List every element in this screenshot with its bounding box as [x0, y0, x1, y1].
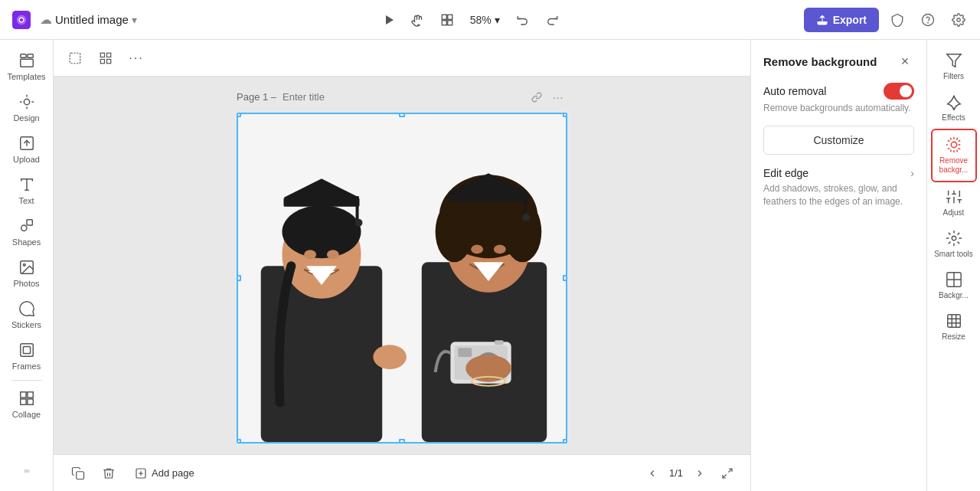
sidebar-item-frames[interactable]: Frames — [4, 336, 50, 377]
panel-close-button[interactable]: × — [896, 52, 914, 70]
select-tool-button[interactable] — [63, 46, 87, 70]
svg-rect-5 — [448, 20, 452, 25]
shield-button[interactable] — [885, 8, 910, 32]
svg-rect-41 — [356, 196, 359, 223]
topbar-right-area: Export — [804, 8, 971, 32]
edit-edge-chevron-icon: › — [910, 167, 914, 179]
svg-rect-29 — [100, 53, 104, 57]
right-panel-item-resize[interactable]: Resize — [931, 306, 977, 348]
prev-page-button[interactable] — [642, 463, 663, 484]
app-logo[interactable] — [9, 8, 34, 32]
svg-rect-3 — [448, 15, 452, 19]
canvas-frame[interactable] — [237, 113, 567, 444]
sidebar-frames-label: Frames — [12, 362, 41, 371]
auto-removal-title: Auto removal — [763, 85, 826, 97]
page-more-button[interactable]: ··· — [549, 88, 567, 106]
svg-rect-22 — [20, 392, 25, 398]
topbar: ☁ Untitled image ▾ 58% ▾ Export — [0, 0, 980, 40]
svg-point-16 — [21, 225, 26, 231]
zoom-selector[interactable]: 58% ▾ — [464, 11, 506, 29]
sidebar-item-shapes[interactable]: Shapes — [4, 211, 50, 253]
expand-button[interactable] — [717, 463, 738, 484]
right-panel-effects-label: Effects — [942, 113, 965, 123]
svg-rect-20 — [20, 344, 33, 357]
sidebar-divider — [11, 380, 42, 381]
right-panel-item-remove-bg[interactable]: Remove backgr... — [931, 129, 977, 182]
title-chevron-icon[interactable]: ▾ — [132, 14, 137, 26]
page-link-button[interactable] — [528, 88, 546, 106]
svg-rect-25 — [27, 399, 32, 404]
hand-tool-button[interactable] — [406, 8, 430, 32]
right-panel-resize-label: Resize — [942, 332, 965, 342]
sidebar-item-stickers[interactable]: Stickers — [4, 294, 50, 336]
customize-button[interactable]: Customize — [763, 126, 914, 155]
sidebar-item-collage[interactable]: Collage — [4, 384, 50, 425]
panel-title: Remove background — [763, 55, 877, 68]
document-title[interactable]: Untitled image — [55, 13, 129, 26]
redo-button[interactable] — [540, 8, 564, 32]
svg-point-47 — [436, 201, 474, 261]
edit-edge-section[interactable]: Edit edge › Add shadows, strokes, glow, … — [763, 167, 914, 208]
next-page-button[interactable] — [689, 463, 710, 484]
more-options-button[interactable]: ··· — [124, 46, 149, 70]
sidebar-item-photos[interactable]: Photos — [4, 253, 50, 294]
svg-rect-11 — [27, 54, 32, 58]
sidebar-design-label: Design — [13, 113, 39, 123]
svg-rect-23 — [27, 392, 32, 398]
svg-rect-53 — [524, 191, 527, 218]
right-panel-item-effects[interactable]: Effects — [931, 87, 977, 129]
right-panel-item-filters[interactable]: Filters — [931, 46, 977, 87]
resize-handle-tm[interactable] — [399, 113, 405, 117]
page-header: Page 1 – ··· — [237, 88, 567, 106]
svg-rect-39 — [283, 197, 359, 206]
svg-point-65 — [373, 345, 407, 369]
page-title-input[interactable] — [283, 91, 411, 103]
toggle-track — [884, 83, 914, 100]
page-container: Page 1 – ··· — [237, 88, 567, 444]
sidebar-item-upload[interactable]: Upload — [4, 129, 50, 170]
svg-rect-2 — [442, 15, 446, 19]
auto-removal-section: Auto removal Remove backgrounds automati… — [763, 83, 914, 113]
more-options-icon: ··· — [129, 51, 143, 65]
svg-point-42 — [355, 218, 363, 226]
add-page-button[interactable]: Add page — [127, 463, 202, 484]
resize-handle-tr[interactable] — [563, 113, 567, 117]
sidebar-item-templates[interactable]: Templates — [4, 46, 50, 87]
page-icons: ··· — [528, 88, 567, 106]
layout-button[interactable] — [435, 8, 459, 32]
resize-handle-bl[interactable] — [237, 439, 241, 444]
page-label: Page 1 – — [237, 91, 276, 103]
page-counter: 1/1 — [669, 467, 683, 479]
sidebar-item-design[interactable]: Design — [4, 87, 50, 129]
resize-handle-br[interactable] — [563, 439, 567, 444]
right-panel-background-label: Backgr... — [939, 291, 969, 300]
canvas-main: Page 1 – ··· — [54, 77, 750, 454]
right-panel-item-adjust[interactable]: Adjust — [931, 182, 977, 224]
auto-removal-toggle[interactable] — [884, 83, 914, 100]
export-button[interactable]: Export — [804, 8, 879, 32]
resize-handle-mr[interactable] — [563, 275, 567, 281]
help-button[interactable] — [916, 8, 940, 32]
right-panel-remove-bg-label: Remove backgr... — [936, 156, 972, 175]
svg-point-9 — [957, 18, 961, 21]
settings-button[interactable] — [946, 8, 971, 32]
svg-rect-21 — [23, 346, 30, 353]
grid-tool-button[interactable] — [93, 46, 118, 70]
resize-handle-tl[interactable] — [237, 113, 241, 117]
document-title-area: ☁ Untitled image ▾ — [40, 12, 137, 27]
resize-handle-ml[interactable] — [237, 275, 241, 281]
copy-page-button[interactable] — [66, 461, 90, 486]
sidebar-expand-toggle[interactable] — [11, 463, 42, 479]
delete-page-button[interactable] — [96, 461, 121, 486]
svg-line-71 — [728, 469, 732, 473]
play-button[interactable] — [377, 8, 401, 32]
right-panel-item-smart-tools[interactable]: Smart tools — [931, 224, 977, 265]
edit-edge-title: Edit edge — [763, 167, 808, 179]
resize-handle-bm[interactable] — [399, 439, 405, 444]
svg-rect-31 — [100, 59, 104, 63]
right-panel-item-background[interactable]: Backgr... — [931, 265, 977, 306]
undo-button[interactable] — [511, 8, 535, 32]
sidebar-item-text[interactable]: Text — [4, 170, 50, 211]
svg-point-64 — [466, 355, 511, 382]
svg-rect-63 — [495, 340, 504, 345]
